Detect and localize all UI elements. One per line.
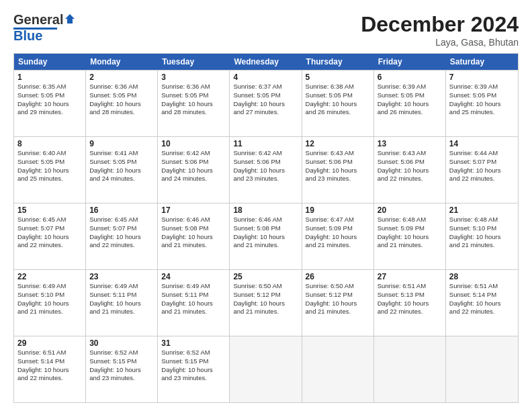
day-num-7: 7 (449, 73, 515, 82)
day-22: 22 Sunrise: 6:49 AM Sunset: 5:10 PM Dayl… (14, 270, 86, 336)
day-18: 18 Sunrise: 6:46 AM Sunset: 5:08 PM Dayl… (230, 203, 302, 269)
calendar-row-2: 8 Sunrise: 6:40 AM Sunset: 5:05 PM Dayli… (14, 136, 518, 203)
day-2: 2 Sunrise: 6:36 AM Sunset: 5:05 PM Dayli… (86, 71, 158, 136)
header-saturday: Saturday (446, 54, 518, 70)
calendar-row-5: 29 Sunrise: 6:51 AM Sunset: 5:14 PM Dayl… (14, 336, 518, 402)
daylight-5: Daylight: 10 hours (306, 100, 370, 109)
day-28: 28 Sunrise: 6:51 AM Sunset: 5:14 PM Dayl… (446, 270, 518, 336)
svg-marker-0 (65, 14, 75, 24)
header-thursday: Thursday (302, 54, 374, 70)
sunrise-6: Sunrise: 6:39 AM (378, 83, 442, 91)
logo-icon (64, 13, 76, 25)
day-7: 7 Sunrise: 6:39 AM Sunset: 5:05 PM Dayli… (446, 71, 518, 136)
daylight2-7: and 25 minutes. (449, 108, 515, 117)
day-31: 31 Sunrise: 6:52 AM Sunset: 5:15 PM Dayl… (158, 336, 230, 402)
day-1: 1 Sunrise: 6:35 AM Sunset: 5:05 PM Dayli… (14, 71, 86, 136)
day-11: 11 Sunrise: 6:42 AM Sunset: 5:06 PM Dayl… (230, 137, 302, 203)
day-5: 5 Sunrise: 6:38 AM Sunset: 5:05 PM Dayli… (302, 71, 374, 136)
main-title: December 2024 (361, 12, 519, 37)
header-wednesday: Wednesday (230, 54, 302, 70)
calendar-row-4: 22 Sunrise: 6:49 AM Sunset: 5:10 PM Dayl… (14, 269, 518, 336)
day-10: 10 Sunrise: 6:42 AM Sunset: 5:06 PM Dayl… (158, 137, 230, 203)
daylight2-3: and 28 minutes. (161, 108, 226, 117)
daylight-6: Daylight: 10 hours (378, 100, 442, 109)
sunrise-5: Sunrise: 6:38 AM (306, 83, 370, 91)
daylight-7: Daylight: 10 hours (449, 100, 515, 109)
header-monday: Monday (86, 54, 158, 70)
day-19: 19 Sunrise: 6:47 AM Sunset: 5:09 PM Dayl… (302, 203, 374, 269)
daylight2-2: and 28 minutes. (89, 108, 154, 117)
daylight2-4: and 27 minutes. (233, 108, 298, 117)
day-20: 20 Sunrise: 6:48 AM Sunset: 5:09 PM Dayl… (374, 203, 446, 269)
day-empty-3 (374, 336, 446, 402)
day-12: 12 Sunrise: 6:43 AM Sunset: 5:06 PM Dayl… (302, 137, 374, 203)
day-16: 16 Sunrise: 6:45 AM Sunset: 5:07 PM Dayl… (86, 203, 158, 269)
day-13: 13 Sunrise: 6:43 AM Sunset: 5:06 PM Dayl… (374, 137, 446, 203)
subtitle: Laya, Gasa, Bhutan (361, 37, 519, 48)
logo-general: General (13, 12, 63, 28)
sunrise-7: Sunrise: 6:39 AM (449, 83, 515, 91)
day-30: 30 Sunrise: 6:52 AM Sunset: 5:15 PM Dayl… (86, 336, 158, 402)
calendar-body: 1 Sunrise: 6:35 AM Sunset: 5:05 PM Dayli… (14, 70, 518, 402)
day-21: 21 Sunrise: 6:48 AM Sunset: 5:10 PM Dayl… (446, 203, 518, 269)
day-num-6: 6 (378, 73, 442, 82)
title-area: December 2024 Laya, Gasa, Bhutan (361, 12, 519, 48)
page: General Blue December 2024 Laya, Gasa, B… (0, 0, 532, 411)
day-num-3: 3 (161, 73, 226, 82)
day-empty-1 (230, 336, 302, 402)
sunrise-3: Sunrise: 6:36 AM (161, 83, 226, 91)
daylight-1: Daylight: 10 hours (17, 100, 82, 109)
logo-blue: Blue (13, 28, 42, 44)
day-num-4: 4 (233, 73, 298, 82)
daylight-3: Daylight: 10 hours (161, 100, 226, 109)
calendar-row-1: 1 Sunrise: 6:35 AM Sunset: 5:05 PM Dayli… (14, 70, 518, 136)
sunrise-4: Sunrise: 6:37 AM (233, 83, 298, 91)
day-26: 26 Sunrise: 6:50 AM Sunset: 5:12 PM Dayl… (302, 270, 374, 336)
sunrise-2: Sunrise: 6:36 AM (89, 83, 154, 91)
sunset-2: Sunset: 5:05 PM (89, 91, 154, 100)
sunrise-1: Sunrise: 6:35 AM (17, 83, 82, 91)
header: General Blue December 2024 Laya, Gasa, B… (13, 12, 519, 48)
sunset-7: Sunset: 5:05 PM (449, 91, 515, 100)
logo: General Blue (13, 12, 76, 44)
day-num-1: 1 (17, 73, 82, 82)
daylight2-6: and 26 minutes. (378, 108, 442, 117)
sunset-6: Sunset: 5:05 PM (378, 91, 442, 100)
header-friday: Friday (374, 54, 446, 70)
header-sunday: Sunday (14, 54, 86, 70)
day-empty-4 (446, 336, 518, 402)
day-num-5: 5 (306, 73, 370, 82)
day-15: 15 Sunrise: 6:45 AM Sunset: 5:07 PM Dayl… (14, 203, 86, 269)
day-25: 25 Sunrise: 6:50 AM Sunset: 5:12 PM Dayl… (230, 270, 302, 336)
header-tuesday: Tuesday (158, 54, 230, 70)
day-9: 9 Sunrise: 6:41 AM Sunset: 5:05 PM Dayli… (86, 137, 158, 203)
daylight2-5: and 26 minutes. (306, 108, 370, 117)
calendar-header: Sunday Monday Tuesday Wednesday Thursday… (14, 54, 518, 70)
sunset-4: Sunset: 5:05 PM (233, 91, 298, 100)
day-4: 4 Sunrise: 6:37 AM Sunset: 5:05 PM Dayli… (230, 71, 302, 136)
calendar: Sunday Monday Tuesday Wednesday Thursday… (13, 53, 519, 403)
day-29: 29 Sunrise: 6:51 AM Sunset: 5:14 PM Dayl… (14, 336, 86, 402)
day-num-2: 2 (89, 73, 154, 82)
day-27: 27 Sunrise: 6:51 AM Sunset: 5:13 PM Dayl… (374, 270, 446, 336)
day-3: 3 Sunrise: 6:36 AM Sunset: 5:05 PM Dayli… (158, 71, 230, 136)
day-17: 17 Sunrise: 6:46 AM Sunset: 5:08 PM Dayl… (158, 203, 230, 269)
daylight-4: Daylight: 10 hours (233, 100, 298, 109)
daylight2-1: and 29 minutes. (17, 108, 82, 117)
day-6: 6 Sunrise: 6:39 AM Sunset: 5:05 PM Dayli… (374, 71, 446, 136)
daylight-2: Daylight: 10 hours (89, 100, 154, 109)
sunset-1: Sunset: 5:05 PM (17, 91, 82, 100)
day-23: 23 Sunrise: 6:49 AM Sunset: 5:11 PM Dayl… (86, 270, 158, 336)
calendar-row-3: 15 Sunrise: 6:45 AM Sunset: 5:07 PM Dayl… (14, 203, 518, 269)
day-empty-2 (302, 336, 374, 402)
day-14: 14 Sunrise: 6:44 AM Sunset: 5:07 PM Dayl… (446, 137, 518, 203)
day-24: 24 Sunrise: 6:49 AM Sunset: 5:11 PM Dayl… (158, 270, 230, 336)
sunset-3: Sunset: 5:05 PM (161, 91, 226, 100)
day-8: 8 Sunrise: 6:40 AM Sunset: 5:05 PM Dayli… (14, 137, 86, 203)
sunset-5: Sunset: 5:05 PM (306, 91, 370, 100)
